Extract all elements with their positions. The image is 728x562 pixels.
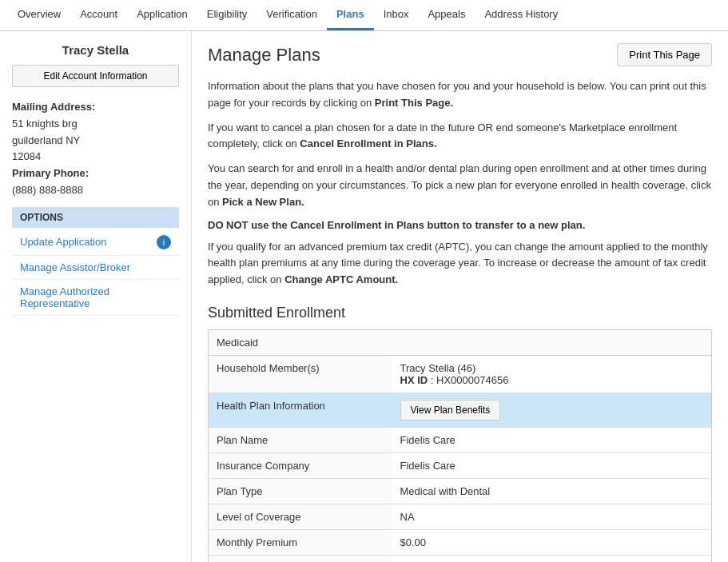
nav-address-history[interactable]: Address History xyxy=(475,0,567,30)
enrollment-table: Medicaid Household Member(s) Tracy Stell… xyxy=(208,329,712,562)
nav-account[interactable]: Account xyxy=(70,0,127,30)
coverage-period-row: Coverage Period 03/01/2023 - 01/31/2024 xyxy=(209,555,712,562)
address-line2: guilderland NY xyxy=(12,133,179,149)
address-line3: 12084 xyxy=(12,149,179,165)
phone-label: Primary Phone: xyxy=(12,165,179,182)
manage-assistor-label: Manage Assistor/Broker xyxy=(20,261,130,273)
coverage-level-row: Level of Coverage NA xyxy=(209,504,712,529)
coverage-level-label: Level of Coverage xyxy=(209,504,392,529)
info-text-4: If you qualify for an advanced premium t… xyxy=(208,239,712,289)
nav-appeals[interactable]: Appeals xyxy=(418,0,475,30)
edit-account-button[interactable]: Edit Account Information xyxy=(12,65,179,87)
plan-name-value: Fidelis Care xyxy=(392,427,712,452)
nav-overview[interactable]: Overview xyxy=(8,0,70,30)
info-text-1: Information about the plans that you hav… xyxy=(208,78,712,112)
manage-authorized-rep-link[interactable]: Manage Authorized Representative xyxy=(12,280,179,316)
plan-name-label: Plan Name xyxy=(209,427,392,452)
health-plan-info-row: Health Plan Information View Plan Benefi… xyxy=(209,393,712,427)
health-plan-info-label: Health Plan Information xyxy=(209,393,392,427)
manage-assistor-link[interactable]: Manage Assistor/Broker xyxy=(12,256,179,280)
print-button[interactable]: Print This Page xyxy=(617,43,712,66)
coverage-period-value: 03/01/2023 - 01/31/2024 xyxy=(392,555,712,562)
plan-type-row: Plan Type Medical with Dental xyxy=(209,478,712,504)
insurance-company-value: Fidelis Care xyxy=(392,452,712,478)
view-plan-benefits-button[interactable]: View Plan Benefits xyxy=(400,400,501,421)
options-header: OPTIONS xyxy=(12,207,179,228)
household-member-label: Household Member(s) xyxy=(209,355,392,393)
page-title: Manage Plans xyxy=(208,45,320,66)
insurance-company-label: Insurance Company xyxy=(209,452,392,478)
info-text-3: You can search for and enroll in a healt… xyxy=(208,161,712,210)
phone-number: (888) 888-8888 xyxy=(12,182,179,199)
submitted-enrollment-title: Submitted Enrollment xyxy=(208,305,712,321)
nav-verification[interactable]: Verification xyxy=(257,0,327,30)
page-header: Manage Plans Print This Page xyxy=(208,43,712,66)
sidebar: Tracy Stella Edit Account Information Ma… xyxy=(0,31,192,562)
monthly-premium-label: Monthly Premium xyxy=(209,529,392,555)
manage-authorized-rep-label: Manage Authorized Representative xyxy=(20,285,171,309)
nav-application[interactable]: Application xyxy=(127,0,197,30)
household-member-row: Household Member(s) Tracy Stella (46) HX… xyxy=(209,355,712,393)
nav-eligibility[interactable]: Eligibility xyxy=(197,0,257,30)
main-content: Manage Plans Print This Page Information… xyxy=(192,31,728,562)
monthly-premium-row: Monthly Premium $0.00 xyxy=(209,529,712,555)
address-line1: 51 knights brg xyxy=(12,116,179,133)
nav-inbox[interactable]: Inbox xyxy=(374,0,419,30)
user-name: Tracy Stella xyxy=(12,43,179,57)
hx-id-value: HX ID : HX0000074656 xyxy=(400,374,704,386)
coverage-level-value: NA xyxy=(392,504,712,529)
medicaid-header: Medicaid xyxy=(209,329,712,355)
update-application-label: Update Application xyxy=(20,236,106,248)
warning-text: DO NOT use the Cancel Enrollment in Plan… xyxy=(208,219,712,231)
mailing-address-block: Mailing Address: 51 knights brg guilderl… xyxy=(12,99,179,199)
update-application-icon: i xyxy=(157,235,171,249)
household-member-value: Tracy Stella (46) HX ID : HX0000074656 xyxy=(392,355,712,393)
monthly-premium-value: $0.00 xyxy=(392,529,712,555)
nav-plans[interactable]: Plans xyxy=(327,0,374,30)
mailing-address-label: Mailing Address: xyxy=(12,99,179,116)
insurance-company-row: Insurance Company Fidelis Care xyxy=(209,452,712,478)
table-header-row: Medicaid xyxy=(209,329,712,355)
info-text-2: If you want to cancel a plan chosen for … xyxy=(208,120,712,153)
coverage-period-label: Coverage Period xyxy=(209,555,392,562)
top-navigation: Overview Account Application Eligibility… xyxy=(0,0,728,31)
plan-name-row: Plan Name Fidelis Care xyxy=(209,427,712,452)
health-plan-info-action: View Plan Benefits xyxy=(392,393,712,427)
plan-type-value: Medical with Dental xyxy=(392,478,712,504)
update-application-link[interactable]: Update Application i xyxy=(12,229,179,256)
plan-type-label: Plan Type xyxy=(209,478,392,504)
